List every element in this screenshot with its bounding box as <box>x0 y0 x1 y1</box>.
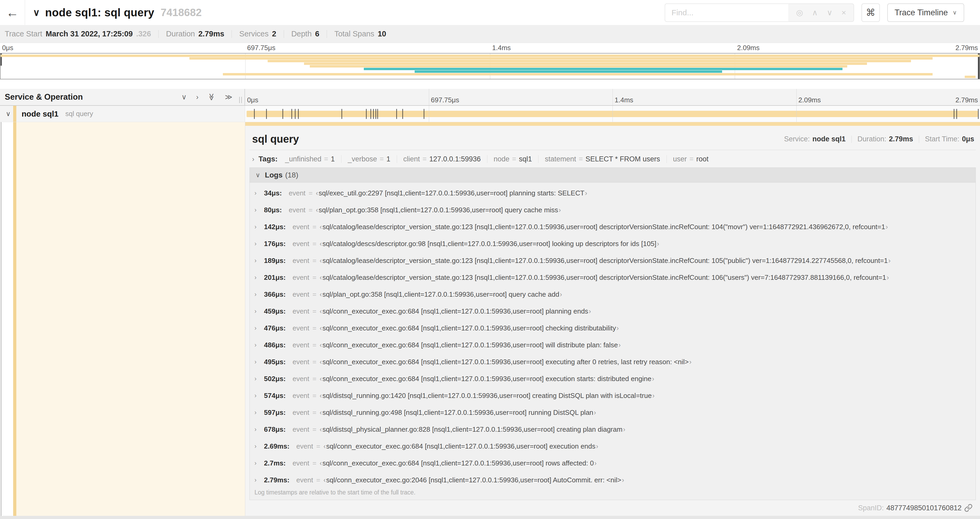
span-id-row: SpanID: 4877749850101760812 <box>245 500 980 516</box>
minimap-right-handle[interactable] <box>978 54 980 79</box>
detail-panel: sql query Service:node sql1Duration:2.79… <box>245 122 980 516</box>
ruler-tick-label: 1.4ms <box>490 44 511 52</box>
span-row-track[interactable] <box>245 106 980 122</box>
separator <box>667 155 667 163</box>
collapse-one-icon[interactable]: ∨ <box>181 93 187 101</box>
tags-expander-icon[interactable]: › <box>252 155 254 163</box>
view-selector-button[interactable]: Trace Timeline ∨ <box>887 3 964 22</box>
span-duration-bar[interactable] <box>247 111 978 117</box>
log-row[interactable]: ›176μsevent=sql/catalog/descs/descriptor… <box>250 235 975 252</box>
log-expander-icon[interactable]: › <box>255 240 264 248</box>
separator <box>397 155 397 163</box>
column-resizer-grip[interactable] <box>239 97 242 103</box>
log-row[interactable]: ›678μsevent=sql/distsql_physical_planner… <box>250 421 975 438</box>
trace-meta-label: Services <box>239 30 269 38</box>
trace-meta-value: 10 <box>378 30 386 38</box>
expand-one-icon[interactable]: › <box>196 93 198 101</box>
log-marker <box>954 109 955 119</box>
tag-item: node=sql1 <box>494 155 532 163</box>
log-field-name: event <box>293 223 309 231</box>
log-expander-icon[interactable]: › <box>255 308 264 315</box>
log-field-name: event <box>293 391 309 400</box>
grid-line <box>612 89 613 105</box>
link-icon[interactable] <box>964 504 973 512</box>
logs-header[interactable]: ∨ Logs (18) <box>250 168 975 182</box>
span-name-cell[interactable]: ∨ node sql1 sql query <box>0 106 245 122</box>
separator <box>919 136 919 143</box>
find-input[interactable] <box>665 3 789 22</box>
log-expander-icon[interactable]: › <box>255 426 264 433</box>
locate-icon[interactable]: ◎ <box>796 8 803 17</box>
back-button[interactable]: ← <box>0 0 25 25</box>
log-row[interactable]: ›495μsevent=sql/conn_executor_exec.go:68… <box>250 353 975 370</box>
tag-value: 1 <box>387 155 390 163</box>
log-expander-icon[interactable]: › <box>255 476 264 484</box>
log-row[interactable]: ›476μsevent=sql/conn_executor_exec.go:68… <box>250 319 975 337</box>
minimap-span-bar <box>189 57 932 60</box>
minimap-span-bar <box>364 68 843 70</box>
log-expander-icon[interactable]: › <box>255 392 264 399</box>
log-equals: = <box>309 189 313 197</box>
log-row[interactable]: ›502μsevent=sql/conn_executor_exec.go:68… <box>250 370 975 387</box>
detail-operation-title: sql query <box>252 133 299 145</box>
logs-collapse-icon: ∨ <box>256 171 260 179</box>
trace-meta-label: Trace Start <box>5 30 42 38</box>
trace-meta-fraction: .326 <box>136 30 151 38</box>
expand-all-icon[interactable]: ≫ <box>225 93 232 101</box>
log-expander-icon[interactable]: › <box>255 460 264 467</box>
log-marker <box>396 109 397 119</box>
log-expander-icon[interactable]: › <box>255 443 264 450</box>
log-expander-icon[interactable]: › <box>255 224 264 230</box>
log-expander-icon[interactable]: › <box>255 291 264 298</box>
log-expander-icon[interactable]: › <box>255 190 264 197</box>
find-prev-icon[interactable]: ∧ <box>812 8 818 17</box>
log-row[interactable]: ›80μsevent=sql/plan_opt.go:358 [nsql1,cl… <box>250 201 975 218</box>
log-equals: = <box>312 459 317 467</box>
find-clear-icon[interactable]: × <box>842 8 846 17</box>
log-expander-icon[interactable]: › <box>255 375 264 382</box>
log-marker <box>254 109 255 119</box>
minimap-canvas[interactable] <box>0 53 980 79</box>
trace-title-collapse-icon[interactable]: ∨ <box>33 7 40 18</box>
log-expander-icon[interactable]: › <box>255 409 264 416</box>
log-row[interactable]: ›34μsevent=sql/exec_util.go:2297 [nsql1,… <box>250 185 975 201</box>
log-row[interactable]: ›142μsevent=sql/catalog/lease/descriptor… <box>250 218 975 235</box>
log-expander-icon[interactable]: › <box>255 257 264 264</box>
log-equals: = <box>316 476 320 484</box>
log-field-name: event <box>293 291 309 299</box>
tag-value: sql1 <box>519 155 532 163</box>
separator <box>851 136 852 143</box>
log-expander-icon[interactable]: › <box>255 325 264 332</box>
span-collapse-icon[interactable]: ∨ <box>6 110 11 118</box>
log-value: sql/conn_executor_exec.go:684 [nsql1,cli… <box>320 459 597 467</box>
tags-row[interactable]: › Tags: _unfinished=1_verbose=1client=12… <box>245 150 980 168</box>
tags-label: Tags: <box>258 155 278 163</box>
collapse-all-icon[interactable]: ≫ <box>208 93 216 101</box>
logs-count: (18) <box>285 171 298 179</box>
keyboard-shortcuts-button[interactable]: ⌘ <box>861 3 880 22</box>
log-row[interactable]: ›2.79msevent=sql/conn_executor_exec.go:2… <box>250 471 975 486</box>
log-row[interactable]: ›574μsevent=sql/distsql_running.go:1420 … <box>250 387 975 404</box>
log-value: sql/conn_executor_exec.go:684 [nsql1,cli… <box>320 375 654 383</box>
log-row[interactable]: ›366μsevent=sql/plan_opt.go:358 [nsql1,c… <box>250 286 975 303</box>
find-next-icon[interactable]: ∨ <box>827 8 832 17</box>
log-expander-icon[interactable]: › <box>255 342 264 349</box>
log-row[interactable]: ›2.7msevent=sql/conn_executor_exec.go:68… <box>250 455 975 471</box>
grid-line <box>796 89 797 105</box>
log-expander-icon[interactable]: › <box>255 358 264 366</box>
header-actions: ◎ ∧ ∨ × ⌘ Trace Timeline ∨ <box>665 3 980 22</box>
log-marker <box>956 109 957 119</box>
log-row[interactable]: ›189μsevent=sql/catalog/lease/descriptor… <box>250 252 975 269</box>
log-row[interactable]: ›486μsevent=sql/conn_executor_exec.go:68… <box>250 337 975 353</box>
log-row[interactable]: ›459μsevent=sql/conn_executor_exec.go:68… <box>250 303 975 319</box>
service-operation-header: Service & Operation ∨ › ≫ ≫ <box>0 89 245 105</box>
log-row[interactable]: ›597μsevent=sql/distsql_running.go:498 [… <box>250 404 975 421</box>
ruler-tick-label: 0μs <box>0 44 13 52</box>
log-expander-icon[interactable]: › <box>255 206 264 214</box>
span-id-label: SpanID: <box>858 504 884 512</box>
log-row[interactable]: ›2.69msevent=sql/conn_executor_exec.go:6… <box>250 438 975 455</box>
log-expander-icon[interactable]: › <box>255 274 264 281</box>
log-row[interactable]: ›201μsevent=sql/catalog/lease/descriptor… <box>250 269 975 286</box>
trace-meta-label: Depth <box>291 30 312 38</box>
bottom-strip <box>0 516 980 519</box>
